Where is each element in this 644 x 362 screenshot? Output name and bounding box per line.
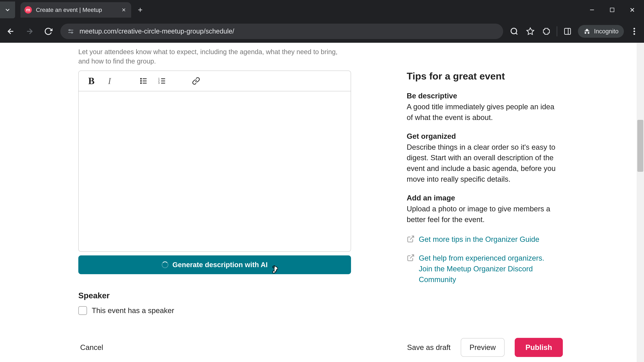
speaker-section: Speaker This event has a speaker	[78, 291, 644, 315]
svg-point-11	[634, 28, 635, 29]
action-bar: Cancel Save as draft Preview Publish	[0, 333, 636, 362]
tips-sidebar: Tips for a great event Be descriptive A …	[407, 70, 556, 293]
description-editor: B I 123	[78, 70, 351, 252]
italic-button[interactable]: I	[104, 75, 116, 87]
svg-rect-9	[564, 28, 570, 34]
tip-item: Get organized Describe things in a clear…	[407, 132, 556, 185]
site-settings-icon[interactable]	[67, 28, 74, 35]
svg-line-27	[410, 255, 414, 258]
tips-heading: Tips for a great event	[407, 70, 556, 82]
forward-button[interactable]	[23, 25, 36, 38]
page-viewport: Let your attendees know what to expect, …	[0, 43, 644, 362]
svg-marker-8	[527, 28, 534, 34]
svg-point-12	[634, 30, 635, 32]
extensions-icon[interactable]	[541, 26, 552, 37]
menu-button[interactable]	[628, 26, 640, 37]
speaker-heading: Speaker	[78, 291, 644, 300]
svg-point-17	[140, 78, 142, 79]
bold-button[interactable]: B	[85, 75, 98, 87]
tab-bar: m Create an event | Meetup	[0, 0, 644, 20]
browser-chrome: m Create an event | Meetup	[0, 0, 644, 43]
search-icon[interactable]	[508, 26, 520, 37]
tip-body: Describe things in a clear order so it's…	[407, 142, 556, 185]
external-link-icon	[407, 254, 415, 262]
maximize-button[interactable]	[607, 5, 617, 15]
svg-line-26	[410, 236, 414, 240]
generate-ai-button[interactable]: Generate description with AI	[78, 255, 351, 274]
browser-tab[interactable]: m Create an event | Meetup	[20, 2, 131, 17]
meetup-favicon-icon: m	[24, 6, 32, 13]
speaker-checkbox-row[interactable]: This event has a speaker	[78, 306, 644, 315]
window-controls	[587, 5, 644, 15]
tip-title: Add an image	[407, 194, 556, 202]
incognito-icon	[583, 28, 591, 35]
editor-toolbar: B I 123	[79, 71, 351, 91]
link-button[interactable]	[190, 75, 202, 87]
new-tab-button[interactable]	[135, 5, 145, 15]
nav-bar: meetup.com/creative-circle-meetup-group/…	[0, 20, 644, 43]
svg-point-19	[140, 83, 142, 83]
svg-text:3: 3	[158, 81, 160, 84]
tips-link-guide[interactable]: Get more tips in the Organizer Guide	[407, 234, 556, 245]
preview-button[interactable]: Preview	[461, 338, 505, 357]
save-draft-button[interactable]: Save as draft	[407, 343, 450, 352]
tip-item: Be descriptive A good title immediately …	[407, 92, 556, 123]
minimize-button[interactable]	[587, 5, 597, 15]
url-text: meetup.com/creative-circle-meetup-group/…	[80, 27, 234, 35]
back-button[interactable]	[4, 25, 18, 38]
tips-link-text: Get help from experienced organizers. Jo…	[419, 253, 556, 285]
svg-point-4	[72, 32, 72, 33]
svg-point-13	[634, 33, 635, 35]
external-link-icon	[407, 235, 415, 243]
description-textarea[interactable]	[79, 91, 351, 251]
incognito-label: Incognito	[594, 28, 618, 35]
publish-button[interactable]: Publish	[515, 338, 563, 357]
tips-link-text: Get more tips in the Organizer Guide	[419, 234, 539, 245]
description-hint: Let your attendees know what to expect, …	[78, 43, 350, 66]
tip-title: Be descriptive	[407, 92, 556, 100]
svg-point-1	[69, 29, 70, 31]
reload-button[interactable]	[42, 25, 55, 38]
tips-link-discord[interactable]: Get help from experienced organizers. Jo…	[407, 253, 556, 285]
spinner-icon	[162, 261, 168, 268]
bulleted-list-button[interactable]	[138, 75, 150, 87]
tab-title: Create an event | Meetup	[36, 6, 116, 13]
tab-search-dropdown[interactable]	[0, 1, 15, 18]
close-window-button[interactable]	[627, 5, 637, 15]
sidepanel-icon[interactable]	[562, 26, 573, 37]
tip-body: Upload a photo or image to give members …	[407, 203, 556, 225]
tip-body: A good title immediately gives people an…	[407, 101, 556, 123]
incognito-badge[interactable]: Incognito	[578, 25, 624, 38]
speaker-checkbox[interactable]	[78, 306, 87, 315]
svg-point-7	[511, 28, 516, 34]
tip-title: Get organized	[407, 132, 556, 140]
ai-button-label: Generate description with AI	[172, 261, 268, 269]
tip-item: Add an image Upload a photo or image to …	[407, 194, 556, 225]
cancel-button[interactable]: Cancel	[80, 343, 103, 352]
speaker-checkbox-label: This event has a speaker	[92, 306, 174, 315]
svg-point-18	[140, 80, 142, 81]
url-bar[interactable]: meetup.com/creative-circle-meetup-group/…	[60, 24, 503, 39]
close-tab-button[interactable]	[120, 6, 127, 13]
bookmark-icon[interactable]	[524, 26, 536, 37]
numbered-list-button[interactable]: 123	[156, 75, 168, 87]
svg-rect-0	[610, 8, 614, 12]
